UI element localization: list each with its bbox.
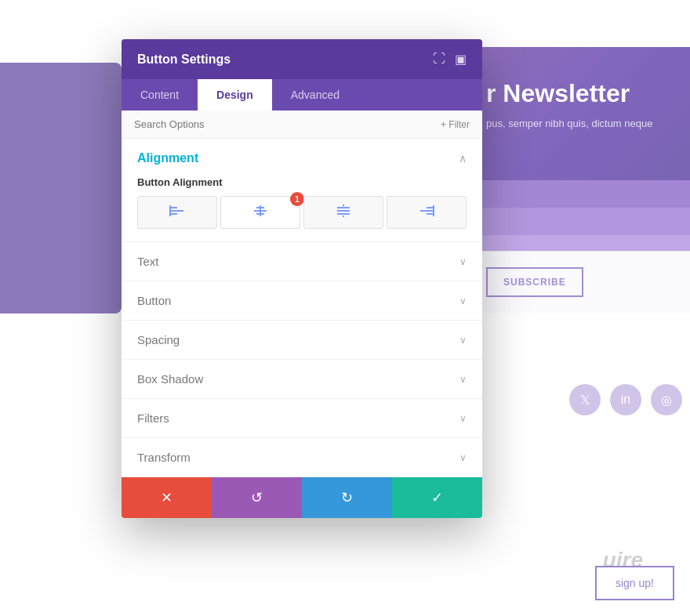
panel-footer: ✕ ↺ ↻ ✓ xyxy=(122,477,482,518)
search-bar: + Filter xyxy=(122,111,482,139)
button-label: Button xyxy=(137,294,171,307)
save-button[interactable]: ✓ xyxy=(392,477,482,518)
align-left-icon xyxy=(169,205,185,220)
panel-body: Alignment ∧ Button Alignment xyxy=(122,139,482,477)
undo-button[interactable]: ↺ xyxy=(212,477,302,518)
spacing-label: Spacing xyxy=(137,333,180,346)
filter-button[interactable]: + Filter xyxy=(441,119,470,130)
alignment-title: Alignment xyxy=(137,151,198,165)
section-button[interactable]: Button ∨ xyxy=(122,281,482,321)
text-label: Text xyxy=(137,255,159,268)
search-input[interactable] xyxy=(134,118,441,130)
expand-icon[interactable]: ⛶ xyxy=(433,52,445,67)
section-transform[interactable]: Transform ∨ xyxy=(122,438,482,477)
section-box-shadow[interactable]: Box Shadow ∨ xyxy=(122,360,482,399)
section-spacing[interactable]: Spacing ∨ xyxy=(122,321,482,360)
alignment-section-header: Alignment ∧ xyxy=(137,151,467,165)
align-center-icon xyxy=(252,205,268,220)
redo-button[interactable]: ↻ xyxy=(302,477,392,518)
cancel-button[interactable]: ✕ xyxy=(122,477,212,518)
split-icon[interactable]: ▣ xyxy=(455,52,467,67)
panel-header-icons: ⛶ ▣ xyxy=(433,52,467,67)
align-left-button[interactable] xyxy=(137,196,217,229)
align-right-icon xyxy=(419,205,434,220)
chevron-up-icon[interactable]: ∧ xyxy=(459,152,467,165)
badge: 1 xyxy=(290,192,304,206)
tab-content[interactable]: Content xyxy=(122,79,198,111)
section-text[interactable]: Text ∨ xyxy=(122,242,482,281)
align-justify-button[interactable] xyxy=(303,196,383,229)
settings-panel: Button Settings ⛶ ▣ Content Design Advan… xyxy=(122,39,482,518)
button-alignment-label: Button Alignment xyxy=(137,176,467,188)
transform-label: Transform xyxy=(137,451,191,464)
box-shadow-label: Box Shadow xyxy=(137,372,203,386)
chevron-down-icon: ∨ xyxy=(459,335,467,346)
panel-header: Button Settings ⛶ ▣ xyxy=(122,39,482,79)
chevron-down-icon: ∨ xyxy=(459,374,467,385)
chevron-down-icon: ∨ xyxy=(459,413,467,424)
tab-advanced[interactable]: Advanced xyxy=(272,79,358,111)
chevron-down-icon: ∨ xyxy=(459,452,467,463)
alignment-section: Alignment ∧ Button Alignment xyxy=(122,139,482,242)
panel-title: Button Settings xyxy=(137,53,231,67)
chevron-down-icon: ∨ xyxy=(459,256,467,267)
section-filters[interactable]: Filters ∨ xyxy=(122,399,482,438)
filters-label: Filters xyxy=(137,411,169,425)
chevron-down-icon: ∨ xyxy=(459,295,467,306)
align-justify-icon xyxy=(336,205,351,220)
align-center-button[interactable]: 1 xyxy=(220,196,300,229)
align-right-button[interactable] xyxy=(387,196,467,229)
tab-design[interactable]: Design xyxy=(198,79,272,111)
alignment-buttons: 1 xyxy=(137,196,467,229)
tabs-bar: Content Design Advanced xyxy=(122,79,482,111)
modal-overlay: Button Settings ⛶ ▣ Content Design Advan… xyxy=(0,0,690,616)
